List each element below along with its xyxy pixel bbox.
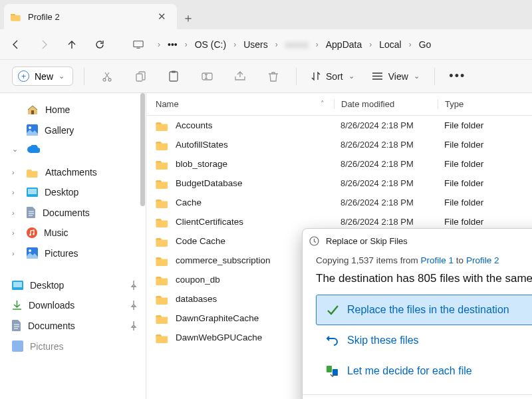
copy-button[interactable] xyxy=(128,65,152,88)
file-list: Name˄ Date modified Type Accounts8/26/20… xyxy=(146,93,532,399)
breadcrumb-seg-os[interactable]: OS (C:) xyxy=(191,37,230,53)
sidebar-item-home[interactable]: Home xyxy=(7,100,143,120)
column-type[interactable]: Type xyxy=(438,99,532,109)
up-button[interactable] xyxy=(60,33,84,57)
folder-icon xyxy=(156,198,169,208)
chevron-right-icon: › xyxy=(233,40,237,49)
sidebar-label: Music xyxy=(44,227,68,238)
sidebar-item-documents[interactable]: › Documents xyxy=(7,202,143,223)
breadcrumb-seg-go[interactable]: Go xyxy=(415,37,436,53)
sidebar-item-gallery[interactable]: Gallery xyxy=(7,120,143,140)
chevron-down-icon[interactable]: ⌄ xyxy=(12,145,20,154)
option-skip[interactable]: Skip these files xyxy=(316,325,532,356)
breadcrumb-overflow[interactable]: ••• xyxy=(164,37,182,53)
chevron-right-icon[interactable]: › xyxy=(12,188,20,196)
row-date: 8/26/2024 2:18 PM xyxy=(334,198,438,207)
row-date: 8/26/2024 2:18 PM xyxy=(334,159,438,169)
svg-rect-18 xyxy=(13,282,22,287)
sidebar-scrollbar[interactable] xyxy=(140,93,145,399)
link-profile2[interactable]: Profile 2 xyxy=(466,255,499,265)
dialog-titlebar[interactable]: Replace or Skip Files xyxy=(303,229,532,253)
pc-icon[interactable] xyxy=(126,33,150,57)
svg-rect-11 xyxy=(28,189,37,194)
row-name: Cache xyxy=(176,198,334,207)
cloud-icon xyxy=(27,145,40,154)
new-button[interactable]: + New ⌄ xyxy=(12,66,73,86)
option-decide[interactable]: Let me decide for each file xyxy=(316,356,532,386)
sidebar-item-attachments[interactable]: › Attachments xyxy=(7,162,143,182)
folder-icon xyxy=(156,159,169,170)
downloads-icon xyxy=(12,300,22,311)
separator xyxy=(296,68,297,85)
sidebar-item-onedrive[interactable]: ⌄ xyxy=(7,140,143,158)
sidebar-label: Documents xyxy=(28,321,75,331)
column-date[interactable]: Date modified xyxy=(334,99,438,109)
sort-label: Sort xyxy=(326,71,343,82)
breadcrumb-seg-local[interactable]: Local xyxy=(375,37,405,53)
chevron-right-icon[interactable]: › xyxy=(12,168,20,176)
svg-point-13 xyxy=(29,234,31,236)
sidebar-label: Gallery xyxy=(45,125,74,136)
row-name: AutofillStates xyxy=(176,140,334,150)
option-label: Replace the files in the destination xyxy=(347,304,509,316)
svg-point-12 xyxy=(27,227,37,238)
row-name: blob_storage xyxy=(176,159,334,169)
scrollbar-thumb[interactable] xyxy=(140,93,145,206)
table-row[interactable]: Cache8/26/2024 2:18 PMFile folder xyxy=(146,193,532,212)
undo-icon xyxy=(326,334,339,347)
sidebar-qa-desktop[interactable]: Desktop xyxy=(7,275,143,295)
breadcrumb-seg-users[interactable]: Users xyxy=(239,37,272,53)
sidebar-qa-pictures[interactable]: Pictures xyxy=(7,336,143,356)
table-row[interactable]: blob_storage8/26/2024 2:18 PMFile folder xyxy=(146,154,532,174)
paste-button[interactable] xyxy=(162,65,186,88)
table-row[interactable]: AutofillStates8/26/2024 2:18 PMFile fold… xyxy=(146,135,532,154)
more-button[interactable]: ••• xyxy=(446,65,469,88)
close-icon[interactable]: ✕ xyxy=(154,9,170,24)
chevron-right-icon[interactable]: › xyxy=(12,229,20,237)
folder-icon xyxy=(156,178,169,189)
share-button[interactable] xyxy=(228,65,252,88)
row-date: 8/26/2024 2:18 PM xyxy=(334,120,438,130)
option-replace[interactable]: Replace the files in the destination xyxy=(316,295,532,325)
svg-point-9 xyxy=(29,126,31,129)
tab-profile2[interactable]: Profile 2 ✕ xyxy=(4,4,177,29)
sidebar-qa-documents[interactable]: Documents xyxy=(7,315,143,336)
svg-rect-4 xyxy=(170,72,178,81)
breadcrumb-seg-appdata[interactable]: AppData xyxy=(322,37,366,53)
column-name[interactable]: Name˄ xyxy=(156,99,334,109)
document-icon xyxy=(27,207,36,218)
sort-button[interactable]: Sort ⌄ xyxy=(307,71,358,82)
sidebar-item-music[interactable]: › Music xyxy=(7,223,143,243)
folder-icon xyxy=(156,275,169,285)
svg-rect-19 xyxy=(12,340,23,352)
folder-icon xyxy=(156,140,169,150)
sidebar-label: Pictures xyxy=(30,341,64,352)
back-button[interactable] xyxy=(4,33,28,57)
row-date: 8/26/2024 2:18 PM xyxy=(334,217,438,227)
sidebar-item-desktop[interactable]: › Desktop xyxy=(7,182,143,202)
chevron-right-icon[interactable]: › xyxy=(12,249,20,257)
sidebar-label: Pictures xyxy=(45,248,78,259)
dialog-copy-status: Copying 1,537 items from Profile 1 to Pr… xyxy=(316,255,532,265)
separator xyxy=(434,68,435,85)
breadcrumb-seg-user[interactable]: xxxxx xyxy=(281,37,313,53)
table-row[interactable]: Accounts8/26/2024 2:18 PMFile folder xyxy=(146,116,532,135)
view-button[interactable]: View ⌄ xyxy=(368,71,424,82)
table-row[interactable]: BudgetDatabase8/26/2024 2:18 PMFile fold… xyxy=(146,174,532,193)
chevron-right-icon[interactable]: › xyxy=(12,209,20,217)
link-profile1[interactable]: Profile 1 xyxy=(421,255,454,265)
cut-button[interactable] xyxy=(95,65,119,88)
forward-button[interactable] xyxy=(32,33,56,57)
svg-rect-7 xyxy=(31,110,34,114)
delete-button[interactable] xyxy=(261,65,285,88)
sidebar-item-pictures[interactable]: › Pictures xyxy=(7,243,143,263)
folder-icon xyxy=(156,236,169,247)
folder-icon xyxy=(156,217,169,227)
refresh-button[interactable] xyxy=(88,33,112,57)
svg-rect-5 xyxy=(172,71,176,73)
rename-button[interactable] xyxy=(195,65,219,88)
chevron-right-icon: › xyxy=(184,40,188,49)
sidebar-label: Downloads xyxy=(29,300,74,311)
new-tab-button[interactable]: ＋ xyxy=(177,7,200,29)
sidebar-qa-downloads[interactable]: Downloads xyxy=(7,295,143,315)
